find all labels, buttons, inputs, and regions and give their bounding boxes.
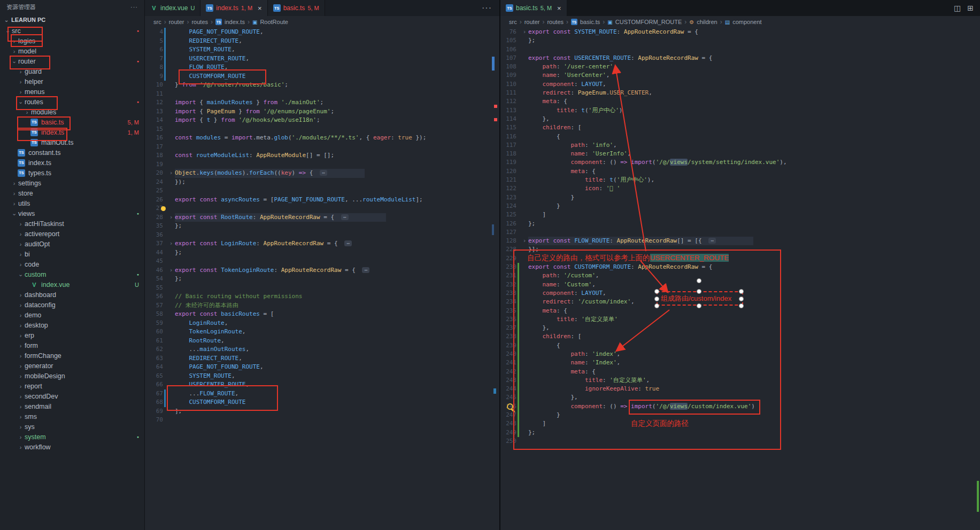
tree-item-form[interactable]: ›form: [0, 340, 144, 350]
code-line[interactable]: 250: [503, 437, 980, 446]
tree-item-views[interactable]: ⌄views●: [0, 208, 144, 219]
tree-item-dataconfig[interactable]: ›dataconfig: [0, 300, 144, 310]
code-line[interactable]: 17: [147, 143, 499, 152]
code-line[interactable]: 76›export const SYSTEM_ROUTE: AppRouteRe…: [503, 28, 980, 36]
code-line[interactable]: 7 USERCENTER_ROUTE,: [147, 54, 499, 64]
code-line[interactable]: 247 }: [503, 411, 980, 419]
code-line[interactable]: 25: [147, 186, 499, 196]
editor-tab-index.ts[interactable]: TSindex.ts1, M×: [200, 0, 267, 16]
tree-item-code[interactable]: ›code: [0, 259, 144, 269]
code-line[interactable]: 10} from '/@/router/routes/basic';: [147, 81, 499, 90]
tree-item-generator[interactable]: ›generator: [0, 361, 144, 371]
code-line[interactable]: 236 title: '自定义菜单': [503, 315, 980, 324]
code-line[interactable]: 246 component: () => import('/@/views/cu…: [503, 402, 980, 411]
tree-item-system[interactable]: ›system●: [0, 432, 144, 442]
quickfix-key-icon[interactable]: [507, 403, 513, 410]
fold-icon[interactable]: ›: [521, 237, 528, 245]
code-line[interactable]: 105};: [503, 36, 980, 45]
tree-item-types.ts[interactable]: TStypes.ts: [0, 168, 144, 178]
code-line[interactable]: 12import { mainOutRoutes } from './mainO…: [147, 98, 499, 107]
code-line[interactable]: 56// Basic routing without permissions: [147, 292, 499, 301]
tree-item-erp[interactable]: ›erp: [0, 330, 144, 340]
code-line[interactable]: 16const modules = import.meta.glob('./mo…: [147, 134, 499, 143]
breadcrumb-item-routes[interactable]: routes: [547, 19, 564, 25]
code-line[interactable]: 113 title: t('用户中心'): [503, 106, 980, 115]
code-line[interactable]: 36: [147, 231, 499, 240]
rotation-handle[interactable]: [697, 278, 701, 283]
fold-icon[interactable]: ›: [167, 266, 175, 275]
code-line[interactable]: 46›export const TokenLoginRoute: AppRout…: [147, 266, 499, 275]
code-line[interactable]: 19: [147, 160, 499, 169]
breadcrumb-item-router[interactable]: router: [524, 19, 540, 25]
code-line[interactable]: 106: [503, 45, 980, 54]
tree-item-demo[interactable]: ›demo: [0, 310, 144, 320]
tree-item-formChange[interactable]: ›formChange: [0, 350, 144, 361]
code-line[interactable]: 108 path: '/user-center',: [503, 63, 980, 71]
tree-item-activereport[interactable]: ›activereport: [0, 229, 144, 239]
breadcrumb-item-routes[interactable]: routes: [191, 19, 208, 25]
breadcrumb-item-CUSTOMFORM_ROUTE[interactable]: CUSTOMFORM_ROUTE: [615, 19, 682, 25]
tree-item-bi[interactable]: ›bi: [0, 249, 144, 259]
code-line[interactable]: 239 {: [503, 341, 980, 350]
selection-handle[interactable]: [654, 303, 659, 308]
tree-item-modules[interactable]: ›modules: [0, 107, 144, 117]
code-line[interactable]: 128›export const FLOW_ROUTE: AppRouteRec…: [503, 237, 980, 245]
tree-item-index.ts[interactable]: TSindex.ts1, M: [0, 127, 144, 137]
workspace-section-header[interactable]: ⌄ LEARUN PC: [0, 14, 144, 26]
tree-item-helper[interactable]: ›helper: [0, 76, 144, 87]
code-line[interactable]: 57// 未经许可的基本路由: [147, 301, 499, 310]
split-editor-icon[interactable]: ◫: [954, 4, 961, 12]
selection-handle[interactable]: [739, 303, 744, 308]
code-line[interactable]: 45: [147, 257, 499, 266]
code-line[interactable]: 241 name: 'Index',: [503, 358, 980, 367]
code-line[interactable]: 238 children: [: [503, 332, 980, 341]
code-line[interactable]: 70: [147, 416, 499, 425]
tree-item-sms[interactable]: ›sms: [0, 411, 144, 422]
code-line[interactable]: 55: [147, 284, 499, 293]
code-line[interactable]: 115 children: [: [503, 123, 980, 132]
tree-item-desktop[interactable]: ›desktop: [0, 320, 144, 330]
code-line[interactable]: 121 title: t('用户中心'),: [503, 176, 980, 184]
tree-item-src[interactable]: ⌄src●: [0, 26, 144, 36]
tree-item-guard[interactable]: ›guard: [0, 66, 144, 76]
code-line[interactable]: 13import { PageEnum } from '/@/enums/pag…: [147, 107, 499, 116]
code-line[interactable]: 126};: [503, 220, 980, 228]
editor-layout-icon[interactable]: ⊞: [967, 4, 974, 12]
code-line[interactable]: 114 },: [503, 115, 980, 123]
more-actions-icon[interactable]: ···: [474, 3, 499, 13]
code-line[interactable]: 62 ...mainOutRoutes,: [147, 345, 499, 354]
tree-item-index.vue[interactable]: Vindex.vueU: [0, 279, 144, 290]
more-actions-icon[interactable]: ···: [130, 4, 138, 10]
fold-icon[interactable]: ›: [167, 169, 175, 178]
close-icon[interactable]: ×: [258, 4, 262, 12]
code-line[interactable]: 59 LoginRoute,: [147, 319, 499, 328]
breadcrumb-item-RootRoute[interactable]: RootRoute: [260, 19, 288, 25]
scrollbar-slider[interactable]: [492, 57, 495, 71]
code-line[interactable]: 123 }: [503, 193, 980, 202]
code-line[interactable]: 14import { t } from '/@/hooks/web/useI18…: [147, 116, 499, 125]
code-line[interactable]: 60 TokenLoginRoute,: [147, 328, 499, 337]
tree-item-report[interactable]: ›report: [0, 381, 144, 391]
code-line[interactable]: 26export const asyncRoutes = [PAGE_NOT_F…: [147, 196, 499, 205]
code-line[interactable]: 116 {: [503, 132, 980, 141]
editor-tab-basic.ts[interactable]: TSbasic.ts5, M: [268, 0, 325, 16]
breadcrumb-item-basic.ts[interactable]: basic.ts: [580, 19, 600, 25]
tree-item-constant.ts[interactable]: TSconstant.ts: [0, 147, 144, 158]
code-line[interactable]: 68 CUSTOMFORM_ROUTE: [147, 398, 499, 407]
code-line[interactable]: 54};: [147, 275, 499, 284]
tree-item-mainOut.ts[interactable]: TSmainOut.ts: [0, 137, 144, 147]
code-line[interactable]: 69];: [147, 407, 499, 416]
code-line[interactable]: 244 ignoreKeepAlive: true: [503, 385, 980, 393]
code-line[interactable]: 243 title: '自定义菜单',: [503, 376, 980, 385]
selection-handle[interactable]: [654, 289, 659, 294]
tree-item-custom[interactable]: ⌄custom●: [0, 269, 144, 279]
code-line[interactable]: 6 SYSTEM_ROUTE,: [147, 45, 499, 54]
tree-item-mobileDesign[interactable]: ›mobileDesign: [0, 371, 144, 381]
code-line[interactable]: 9 CUSTOMFORM_ROUTE: [147, 72, 499, 81]
selection-handle[interactable]: [739, 289, 744, 294]
tree-item-utils[interactable]: ›utils: [0, 198, 144, 208]
code-line[interactable]: 109 name: 'UserCenter',: [503, 71, 980, 80]
tree-item-router[interactable]: ⌄router●: [0, 56, 144, 66]
tree-item-routes[interactable]: ⌄routes●: [0, 97, 144, 107]
breadcrumb-item-router[interactable]: router: [169, 19, 184, 25]
